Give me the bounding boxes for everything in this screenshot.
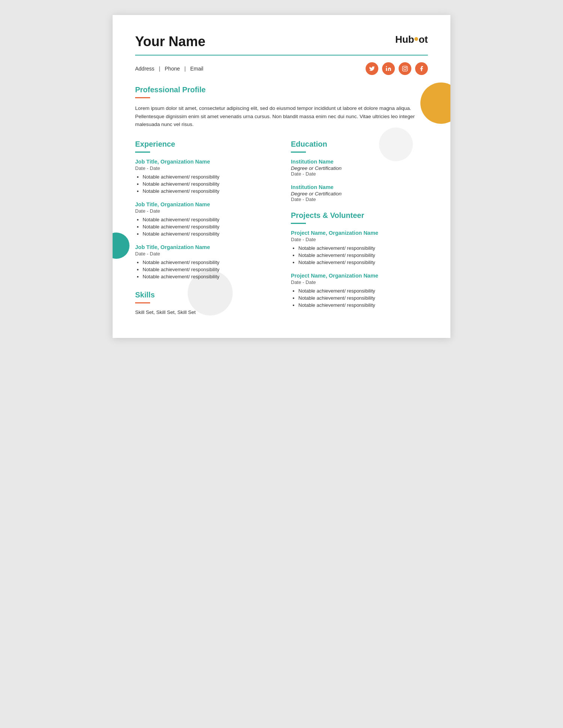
left-column: Experience Job Title, Organization Name … <box>135 140 272 315</box>
education-underline <box>291 152 306 153</box>
exp2-bullet-1: Notable achievement/ responsibility <box>143 217 272 222</box>
header-divider <box>135 55 428 56</box>
profile-underline <box>135 97 150 98</box>
proj2-bullet-3: Notable achievement/ responsibility <box>298 302 428 308</box>
experience-entry-1: Job Title, Organization Name Date - Date… <box>135 159 272 194</box>
instagram-icon[interactable] <box>399 62 411 75</box>
exp3-bullet-3: Notable achievement/ responsibility <box>143 274 272 279</box>
proj2-bullet-1: Notable achievement/ responsibility <box>298 288 428 294</box>
project-entry-2: Project Name, Organization Name Date - D… <box>291 273 428 308</box>
education-entry-2: Institution Name Degree or Certification… <box>291 184 428 202</box>
svg-rect-1 <box>402 66 407 71</box>
contact-info: Address | Phone | Email <box>135 66 203 72</box>
hubspot-text-ot: ot <box>418 34 428 45</box>
hubspot-logo: Hubot <box>395 34 428 45</box>
exp1-bullets: Notable achievement/ responsibility Nota… <box>135 174 272 194</box>
svg-point-2 <box>404 68 406 70</box>
exp3-title: Job Title, Organization Name <box>135 244 272 250</box>
exp1-title: Job Title, Organization Name <box>135 159 272 165</box>
profile-text: Lorem ipsum dolor sit amet, consectetur … <box>135 104 428 129</box>
exp3-bullet-2: Notable achievement/ responsibility <box>143 267 272 272</box>
experience-underline <box>135 152 150 153</box>
svg-point-0 <box>386 66 387 67</box>
edu1-institution: Institution Name <box>291 159 428 165</box>
exp2-date: Date - Date <box>135 208 272 214</box>
education-entry-1: Institution Name Degree or Certification… <box>291 159 428 177</box>
experience-title: Experience <box>135 140 272 149</box>
proj1-title: Project Name, Organization Name <box>291 230 428 236</box>
exp1-date: Date - Date <box>135 165 272 171</box>
edu1-degree: Degree or Certification <box>291 165 428 171</box>
exp1-bullet-1: Notable achievement/ responsibility <box>143 174 272 180</box>
exp2-bullet-2: Notable achievement/ responsibility <box>143 224 272 230</box>
header: Your Name Hubot <box>135 34 428 50</box>
project-entry-1: Project Name, Organization Name Date - D… <box>291 230 428 265</box>
address-label: Address <box>135 66 154 72</box>
resume-page: Your Name Hubot Address | Phone | Email <box>113 15 450 338</box>
svg-point-3 <box>406 67 407 68</box>
email-label: Email <box>190 66 203 72</box>
proj1-date: Date - Date <box>291 237 428 242</box>
exp1-bullet-3: Notable achievement/ responsibility <box>143 188 272 194</box>
contact-row: Address | Phone | Email <box>135 62 428 75</box>
proj2-date: Date - Date <box>291 279 428 285</box>
exp3-date: Date - Date <box>135 251 272 257</box>
twitter-icon[interactable] <box>366 62 378 75</box>
exp3-bullet-1: Notable achievement/ responsibility <box>143 260 272 265</box>
edu2-degree: Degree or Certification <box>291 191 428 197</box>
exp2-title: Job Title, Organization Name <box>135 201 272 207</box>
skills-underline <box>135 302 150 303</box>
facebook-icon[interactable] <box>415 62 428 75</box>
user-name: Your Name <box>135 34 205 50</box>
sep2: | <box>184 66 186 72</box>
proj1-bullet-1: Notable achievement/ responsibility <box>298 245 428 251</box>
hubspot-text-hub: Hub <box>395 34 414 45</box>
exp2-bullets: Notable achievement/ responsibility Nota… <box>135 217 272 237</box>
two-column-layout: Experience Job Title, Organization Name … <box>135 140 428 315</box>
exp3-bullets: Notable achievement/ responsibility Nota… <box>135 260 272 279</box>
proj1-bullets: Notable achievement/ responsibility Nota… <box>291 245 428 265</box>
deco-teal-circle <box>113 233 129 259</box>
proj1-bullet-2: Notable achievement/ responsibility <box>298 252 428 258</box>
skills-section: Skills Skill Set, Skill Set, Skill Set <box>135 291 272 315</box>
proj2-bullet-2: Notable achievement/ responsibility <box>298 295 428 301</box>
social-icons-group <box>366 62 428 75</box>
experience-entry-3: Job Title, Organization Name Date - Date… <box>135 244 272 279</box>
edu2-institution: Institution Name <box>291 184 428 190</box>
hubspot-dot <box>414 37 418 41</box>
skills-title: Skills <box>135 291 272 299</box>
proj2-title: Project Name, Organization Name <box>291 273 428 279</box>
projects-section: Projects & Volunteer Project Name, Organ… <box>291 211 428 308</box>
projects-underline <box>291 223 306 224</box>
projects-title: Projects & Volunteer <box>291 211 428 220</box>
linkedin-icon[interactable] <box>382 62 395 75</box>
proj1-bullet-3: Notable achievement/ responsibility <box>298 260 428 265</box>
edu2-date: Date - Date <box>291 197 428 202</box>
edu1-date: Date - Date <box>291 171 428 177</box>
experience-entry-2: Job Title, Organization Name Date - Date… <box>135 201 272 237</box>
sep1: | <box>159 66 160 72</box>
profile-section: Professional Profile Lorem ipsum dolor s… <box>135 86 428 129</box>
skills-text: Skill Set, Skill Set, Skill Set <box>135 309 272 315</box>
education-title: Education <box>291 140 428 149</box>
phone-label: Phone <box>165 66 180 72</box>
profile-title: Professional Profile <box>135 86 428 94</box>
right-column: Education Institution Name Degree or Cer… <box>291 140 428 315</box>
proj2-bullets: Notable achievement/ responsibility Nota… <box>291 288 428 308</box>
exp2-bullet-3: Notable achievement/ responsibility <box>143 231 272 237</box>
exp1-bullet-2: Notable achievement/ responsibility <box>143 181 272 187</box>
